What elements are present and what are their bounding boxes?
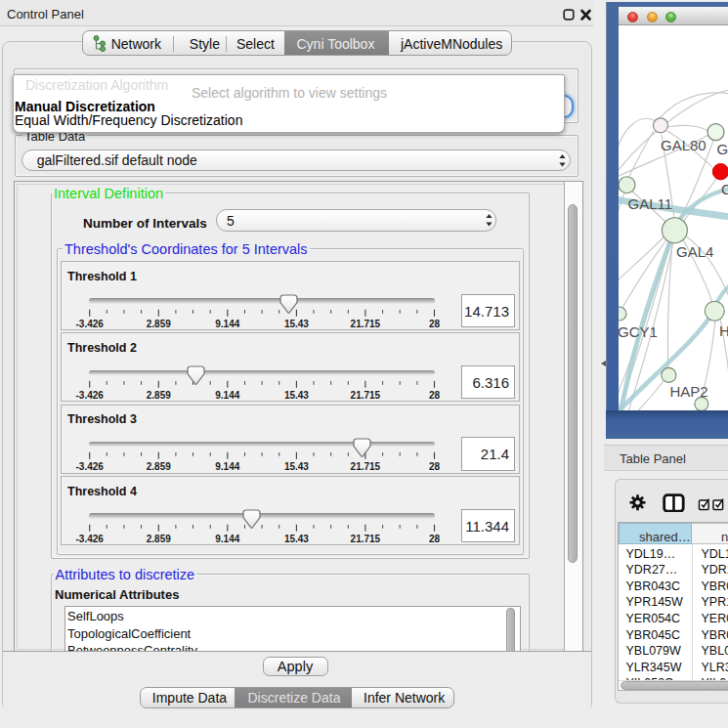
svg-text:CY: CY [721,181,728,197]
svg-text:GAL80: GAL80 [661,137,707,153]
svg-text:-3.426: -3.426 [76,390,105,401]
svg-text:9.144: 9.144 [215,390,239,401]
svg-text:28: 28 [429,318,441,328]
svg-text:15.43: 15.43 [284,390,309,401]
svg-text:-3.426: -3.426 [76,533,105,543]
svg-text:HA: HA [719,322,728,339]
svg-text:15.43: 15.43 [284,533,309,543]
svg-text:GAL11: GAL11 [628,195,673,212]
svg-text:21.715: 21.715 [351,318,381,328]
svg-text:21.715: 21.715 [351,390,381,401]
svg-text:2.859: 2.859 [147,533,171,543]
svg-text:2.859: 2.859 [147,461,171,472]
svg-text:-3.426: -3.426 [76,461,105,472]
svg-text:HAP2: HAP2 [670,383,708,400]
svg-text:GAL: GAL [717,141,728,157]
svg-text:9.144: 9.144 [215,461,239,472]
svg-text:15.43: 15.43 [284,461,309,472]
svg-text:GAL4: GAL4 [676,243,713,260]
svg-text:15.43: 15.43 [284,318,309,328]
svg-text:28: 28 [429,390,441,401]
svg-text:28: 28 [429,533,441,543]
svg-text:21.715: 21.715 [351,461,381,472]
svg-text:2.859: 2.859 [147,390,171,401]
svg-text:GCY1: GCY1 [619,323,658,340]
svg-text:9.144: 9.144 [215,318,239,328]
svg-text:2.859: 2.859 [147,318,171,328]
svg-text:-3.426: -3.426 [76,318,105,328]
svg-text:28: 28 [429,461,441,472]
svg-text:9.144: 9.144 [215,533,239,543]
svg-text:21.715: 21.715 [351,533,381,543]
